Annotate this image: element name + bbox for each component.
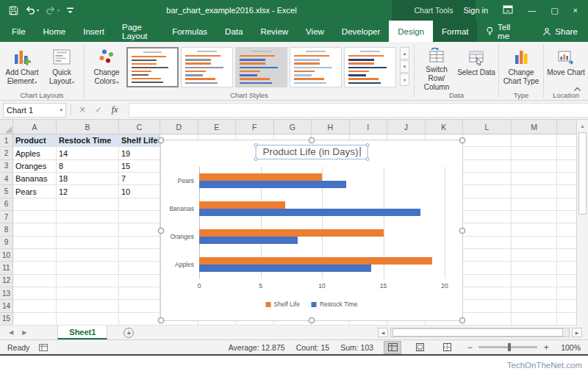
chart-style-2[interactable]	[181, 47, 233, 87]
chart-selection-handle[interactable]	[459, 137, 465, 143]
column-header-I[interactable]: I	[350, 120, 388, 134]
zoom-in-button[interactable]: +	[542, 342, 550, 353]
bar-shelf-life-apples[interactable]	[199, 257, 432, 265]
row-header-11[interactable]: 11	[0, 262, 13, 274]
cell-L2[interactable]	[463, 147, 512, 159]
bar-shelf-life-pears[interactable]	[199, 173, 322, 181]
row-header-15[interactable]: 15	[0, 313, 13, 326]
redo-dropdown-icon[interactable]: ▾	[57, 8, 60, 12]
cell-B14[interactable]	[57, 300, 119, 312]
tab-page-layout[interactable]: Page Layout	[113, 21, 163, 42]
chart-selection-handle[interactable]	[309, 317, 315, 323]
horizontal-scrollbar[interactable]: ◀ ▶	[378, 328, 582, 337]
sheet-nav-left-icon[interactable]: ◀	[9, 329, 13, 336]
sheet-nav-right-icon[interactable]: ▶	[22, 329, 26, 336]
scroll-right-icon[interactable]: ▶	[572, 328, 582, 337]
scroll-up-icon[interactable]: ▲	[577, 120, 588, 132]
ribbon-display-options-button[interactable]	[503, 5, 513, 15]
legend-item-shelf-life[interactable]: Shelf Life	[266, 301, 300, 308]
column-header-G[interactable]: G	[274, 120, 312, 134]
name-box[interactable]: Chart 1 ▾	[3, 103, 66, 118]
tab-formulas[interactable]: Formulas	[163, 21, 216, 42]
cell-C13[interactable]	[119, 287, 160, 300]
row-header-4[interactable]: 4	[0, 173, 13, 185]
cell-A10[interactable]	[13, 249, 57, 262]
cell-L11[interactable]	[463, 262, 512, 274]
maximize-button[interactable]: ▢	[551, 7, 558, 15]
cell-M13[interactable]	[512, 287, 557, 300]
tab-developer[interactable]: Developer	[333, 21, 389, 42]
cell-M14[interactable]	[512, 300, 557, 312]
cell-M12[interactable]	[512, 275, 557, 287]
column-header-E[interactable]: E	[198, 120, 237, 134]
cell-C12[interactable]	[119, 275, 160, 287]
zoom-slider-thumb[interactable]	[508, 343, 511, 351]
column-header-M[interactable]: M	[512, 120, 557, 134]
zoom-out-button[interactable]: −	[466, 342, 473, 353]
bar-shelf-life-oranges[interactable]	[199, 229, 384, 237]
tab-design[interactable]: Design	[389, 21, 433, 42]
tab-review[interactable]: Review	[251, 21, 297, 42]
cell-A13[interactable]	[13, 287, 57, 300]
row-header-5[interactable]: 5	[0, 185, 13, 198]
cell-L6[interactable]	[463, 198, 512, 211]
bar-shelf-life-bananas[interactable]	[199, 201, 285, 209]
bar-restock-time-apples[interactable]	[199, 265, 371, 272]
tell-me-box[interactable]: Tell me	[477, 21, 532, 42]
tab-insert[interactable]: Insert	[74, 21, 113, 42]
scroll-left-icon[interactable]: ◀	[378, 328, 388, 337]
cell-A7[interactable]	[13, 211, 57, 223]
cell-B3[interactable]: 8	[57, 160, 119, 173]
cell-C15[interactable]	[119, 313, 160, 326]
cell-B13[interactable]	[57, 287, 119, 300]
select-all-corner[interactable]	[0, 120, 13, 134]
cell-C6[interactable]	[119, 198, 160, 211]
cell-C1[interactable]: Shelf Life	[119, 134, 160, 147]
chart-legend[interactable]: Shelf LifeRestock Time	[266, 301, 358, 308]
column-header-K[interactable]: K	[426, 120, 464, 134]
cell-M10[interactable]	[512, 249, 557, 262]
chart-selection-handle[interactable]	[459, 228, 465, 234]
cell-C5[interactable]: 10	[119, 185, 160, 198]
cell-A8[interactable]	[13, 223, 57, 236]
cell-B1[interactable]: Restock Time	[57, 134, 119, 147]
minimize-button[interactable]: —	[528, 7, 536, 15]
share-button[interactable]: Share	[532, 21, 588, 42]
cell-M4[interactable]	[512, 173, 557, 185]
tab-format[interactable]: Format	[433, 21, 477, 42]
zoom-slider[interactable]	[478, 346, 537, 348]
row-header-6[interactable]: 6	[0, 198, 13, 211]
page-layout-view-button[interactable]	[412, 342, 428, 353]
chart-style-1[interactable]	[126, 47, 179, 87]
row-header-10[interactable]: 10	[0, 249, 13, 262]
cell-B4[interactable]: 18	[57, 173, 119, 185]
cell-B11[interactable]	[57, 262, 119, 274]
cell-C14[interactable]	[119, 300, 160, 312]
chart-style-5[interactable]	[344, 47, 396, 87]
switch-row-column-button[interactable]: Switch Row/ Column	[417, 44, 456, 90]
quick-layout-button[interactable]: Quick Layout▾	[42, 44, 82, 90]
cell-M7[interactable]	[512, 211, 557, 223]
cell-L5[interactable]	[463, 185, 512, 198]
cell-L14[interactable]	[463, 300, 512, 312]
row-header-8[interactable]: 8	[0, 223, 13, 236]
insert-function-button[interactable]: fx	[107, 103, 123, 118]
cell-A2[interactable]: Apples	[13, 147, 57, 159]
cell-C3[interactable]: 15	[119, 160, 160, 173]
cell-A1[interactable]: Product	[13, 134, 57, 147]
row-header-2[interactable]: 2	[0, 147, 13, 159]
row-header-1[interactable]: 1	[0, 134, 13, 147]
column-header-D[interactable]: D	[160, 120, 198, 134]
cell-C2[interactable]: 19	[119, 147, 160, 159]
chart-object[interactable]: 05101520PearsBananasOrangesApples Produc…	[160, 140, 463, 321]
row-header-14[interactable]: 14	[0, 300, 13, 312]
column-header-A[interactable]: A	[13, 120, 57, 134]
cell-C8[interactable]	[119, 223, 160, 236]
chart-selection-handle[interactable]	[158, 228, 164, 234]
cell-L12[interactable]	[463, 275, 512, 287]
cell-L4[interactable]	[463, 173, 512, 185]
page-break-view-button[interactable]	[439, 342, 455, 353]
redo-button[interactable]: ▾	[46, 6, 60, 15]
macro-record-icon[interactable]	[39, 344, 48, 351]
cell-M3[interactable]	[512, 160, 557, 173]
